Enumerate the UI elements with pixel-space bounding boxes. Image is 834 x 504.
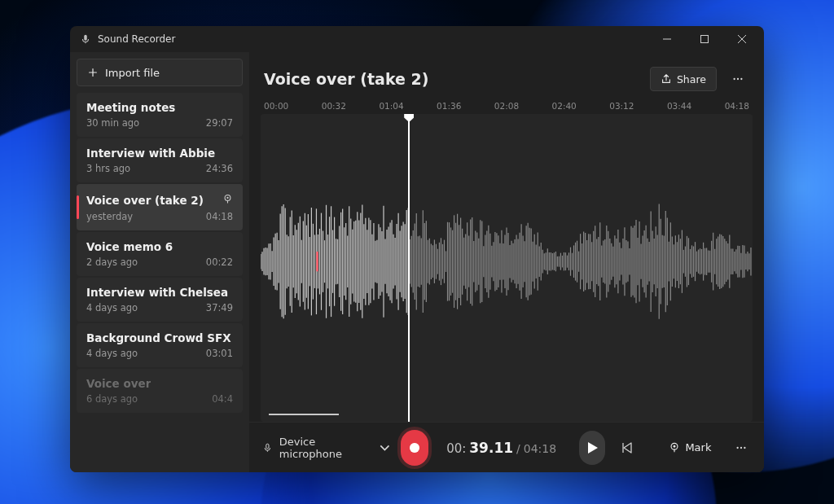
transport-more-button[interactable]: [731, 436, 751, 460]
svg-rect-312: [266, 444, 269, 449]
recording-item-meta: 3 hrs ago: [86, 163, 130, 174]
app-icon: [80, 33, 91, 45]
ruler-tick: 02:40: [552, 101, 577, 111]
app-title: Sound Recorder: [98, 33, 175, 45]
recording-item-duration: 37:49: [206, 302, 233, 313]
recording-item[interactable]: Meeting notes30 min ago29:07: [77, 93, 243, 137]
recording-header: Voice over (take 2) Share: [249, 52, 764, 96]
svg-point-7: [226, 197, 228, 199]
time-current: 39.11: [469, 440, 513, 456]
recording-item-meta: 4 days ago: [86, 302, 138, 313]
timecode-display: 00:39.11 / 04:18: [446, 440, 556, 456]
plus-icon: [87, 67, 99, 78]
marker-icon: [669, 442, 680, 454]
time-separator: /: [516, 442, 520, 455]
more-horizontal-icon: [732, 73, 744, 85]
svg-rect-0: [84, 35, 87, 41]
recording-item-title: Voice over: [86, 377, 151, 390]
zoom-indicator: [269, 414, 339, 415]
device-label: Device microphone: [279, 436, 373, 460]
svg-point-9: [737, 78, 739, 80]
share-button[interactable]: Share: [650, 67, 717, 91]
recording-item-duration: 03:01: [206, 348, 233, 359]
more-horizontal-icon: [735, 442, 747, 454]
recording-item-title: Background Crowd SFX: [86, 331, 231, 344]
chevron-down-icon: [380, 442, 390, 454]
recording-item[interactable]: Voice over6 days ago04:4: [77, 369, 243, 413]
play-button[interactable]: [579, 431, 605, 465]
recording-item-title: Meeting notes: [86, 101, 175, 114]
main-panel: Voice over (take 2) Share 00:0000:3201:0…: [249, 52, 764, 472]
import-file-button[interactable]: Import file: [77, 59, 243, 86]
recording-item[interactable]: Voice over (take 2)yesterday04:18: [77, 184, 243, 230]
ruler-tick: 00:00: [264, 101, 288, 111]
recording-item[interactable]: Background Crowd SFX4 days ago03:01: [77, 323, 243, 367]
input-device-selector[interactable]: Device microphone: [262, 436, 389, 460]
recording-item-title: Interview with Chelsea: [86, 286, 228, 299]
playhead[interactable]: [408, 114, 410, 422]
time-prefix: 00:: [446, 441, 466, 456]
svg-rect-3: [701, 36, 709, 43]
svg-point-318: [744, 446, 745, 448]
recording-item-duration: 24:36: [206, 163, 233, 174]
svg-point-316: [736, 446, 738, 448]
skip-back-icon: [621, 441, 634, 454]
transport-bar: Device microphone 00:39.11 / 04:18: [249, 422, 764, 472]
share-icon: [661, 73, 672, 85]
sidebar: Import file Meeting notes30 min ago29:07…: [70, 52, 249, 472]
window-minimize-button[interactable]: [648, 26, 686, 52]
svg-point-315: [674, 445, 676, 447]
timeline-ruler: 00:0000:3201:0401:3602:0802:4003:1203:44…: [249, 96, 764, 111]
title-bar: Sound Recorder: [70, 26, 764, 52]
play-icon: [587, 442, 599, 454]
share-label: Share: [677, 73, 706, 85]
recording-item-title: Voice over (take 2): [86, 194, 204, 207]
window-close-button[interactable]: [723, 26, 761, 52]
recordings-list[interactable]: Meeting notes30 min ago29:07Interview wi…: [77, 93, 243, 472]
ruler-tick: 02:08: [494, 101, 519, 111]
time-duration: 04:18: [524, 442, 556, 455]
recording-item-meta: 6 days ago: [86, 393, 138, 405]
recording-item-duration: 04:18: [206, 211, 233, 222]
record-icon: [410, 443, 419, 453]
recording-item-duration: 00:22: [206, 256, 233, 268]
import-label: Import file: [105, 67, 160, 79]
marker-icon: [222, 192, 233, 208]
ruler-tick: 03:12: [609, 101, 634, 111]
microphone-icon: [262, 442, 273, 454]
skip-back-button[interactable]: [617, 434, 638, 462]
app-window: Sound Recorder Import file Meeting notes…: [70, 26, 764, 472]
svg-point-8: [733, 78, 735, 80]
ruler-tick: 04:18: [725, 101, 749, 111]
recording-item-duration: 04:4: [212, 393, 233, 405]
recording-item[interactable]: Interview with Abbie3 hrs ago24:36: [77, 138, 243, 182]
recording-item[interactable]: Interview with Chelsea4 days ago37:49: [77, 278, 243, 322]
ruler-tick: 03:44: [667, 101, 691, 111]
ruler-tick: 01:36: [437, 101, 461, 111]
mark-label: Mark: [685, 441, 711, 454]
recording-item-title: Voice memo 6: [86, 240, 173, 253]
recording-item[interactable]: Voice memo 62 days ago00:22: [77, 232, 243, 276]
svg-point-317: [740, 446, 742, 448]
recording-item-meta: 4 days ago: [86, 348, 138, 359]
recording-item-title: Interview with Abbie: [86, 147, 215, 160]
more-options-button[interactable]: [725, 67, 751, 91]
recording-item-duration: 29:07: [206, 117, 233, 129]
ruler-tick: 01:04: [379, 101, 403, 111]
recording-title: Voice over (take 2): [264, 70, 642, 88]
record-button[interactable]: [401, 430, 428, 466]
ruler-tick: 00:32: [322, 101, 346, 111]
recording-item-meta: 2 days ago: [86, 256, 138, 268]
recording-item-meta: yesterday: [86, 211, 133, 222]
recording-item-meta: 30 min ago: [86, 117, 139, 129]
waveform-graphic: [261, 114, 753, 409]
waveform-area[interactable]: [261, 114, 753, 422]
svg-point-10: [740, 78, 742, 80]
add-marker-button[interactable]: Mark: [661, 435, 719, 461]
window-maximize-button[interactable]: [686, 26, 723, 52]
